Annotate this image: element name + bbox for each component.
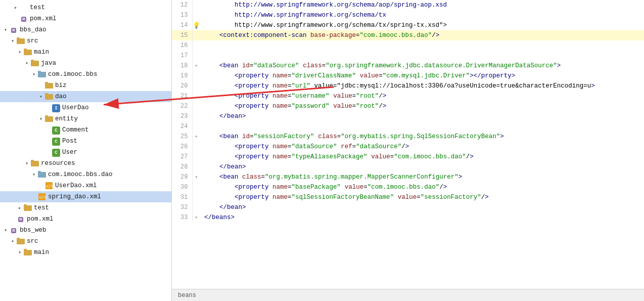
fold-indicator[interactable] (192, 40, 200, 51)
fold-indicator[interactable] (192, 10, 200, 20)
tree-item-dao[interactable]: ▾dao (0, 91, 171, 102)
tree-item-com.imooc.bbs[interactable]: ▾com.imooc.bbs (0, 69, 171, 80)
file-tree: ▸testmpom.xml▾mbbs_dao▾src▾main▾java▾com… (0, 0, 172, 301)
fold-indicator[interactable] (192, 142, 200, 152)
tree-item-label: test (34, 204, 49, 211)
tree-item-main[interactable]: ▾main (0, 47, 171, 58)
svg-rect-26 (38, 171, 41, 173)
tree-item-label: test (30, 4, 45, 11)
tree-item-spring_dao.xml[interactable]: </>spring_dao.xml (0, 191, 171, 202)
tree-item-com.imooc.bbs.dao[interactable]: ▾com.imooc.bbs.dao (0, 169, 171, 180)
line-number: 29 (172, 172, 192, 182)
svg-rect-14 (45, 82, 48, 83)
tree-file-icon: </> (44, 182, 54, 190)
tree-item-bbs_web[interactable]: ▾mbbs_web (0, 225, 171, 236)
code-row: 23 </bean> (172, 111, 644, 121)
fold-indicator[interactable]: ▾ (192, 132, 200, 142)
tree-item-label: spring_dao.xml (48, 193, 101, 200)
code-row: 20 <property name="url" value="jdbc:mysq… (172, 81, 644, 91)
fold-indicator[interactable] (192, 152, 200, 162)
code-row: 25▾ <bean id="sessionFactory" class="org… (172, 132, 644, 142)
fold-indicator[interactable] (192, 111, 200, 121)
tree-item-main2[interactable]: ▾main (0, 247, 171, 258)
tree-item-pom-xml-top[interactable]: mpom.xml (0, 13, 171, 24)
code-content: <context:component-scan base-package="co… (200, 30, 644, 40)
fold-indicator[interactable] (192, 0, 200, 10)
fold-indicator[interactable] (192, 101, 200, 111)
fold-indicator[interactable] (192, 202, 200, 212)
tree-item-test-m[interactable]: ▸test (0, 2, 171, 13)
tree-item-biz[interactable]: biz (0, 80, 171, 91)
fold-indicator[interactable] (192, 30, 200, 40)
fold-indicator[interactable] (192, 71, 200, 81)
editor-content[interactable]: 12 http://www.springframework.org/schema… (172, 0, 644, 289)
tree-file-icon (19, 4, 28, 12)
tree-item-label: Comment (62, 126, 89, 134)
code-content: </bean> (200, 111, 644, 121)
tree-arrow-icon: ▾ (16, 249, 23, 255)
lightbulb-icon: 💡 (193, 22, 200, 29)
svg-rect-39 (24, 249, 27, 250)
tree-item-User[interactable]: CUser (0, 147, 171, 158)
code-content (200, 121, 644, 132)
tree-file-icon: m (9, 226, 18, 234)
code-content: <property name="sqlSessionFactoryBeanNam… (200, 192, 644, 202)
tree-item-entity[interactable]: ▾entity (0, 113, 171, 124)
tree-file-icon (23, 248, 32, 256)
svg-rect-5 (24, 49, 27, 50)
tree-item-pom.xml[interactable]: mpom.xml (0, 213, 171, 225)
tree-item-UserDao[interactable]: IUserDao (0, 102, 171, 113)
code-content: <property name="dataSource" ref="dataSou… (200, 142, 644, 152)
fold-indicator[interactable] (192, 81, 200, 91)
code-content: <property name="username" value="root"/> (200, 91, 644, 101)
tree-item-test2[interactable]: ▸test (0, 202, 171, 213)
tree-arrow-icon: ▾ (2, 27, 9, 33)
tree-item-resources[interactable]: ▾resources (0, 158, 171, 169)
tree-item-java[interactable]: ▾java (0, 58, 171, 69)
tree-arrow-icon: ▾ (37, 94, 44, 100)
code-content: <bean id="sessionFactory" class="org.myb… (200, 132, 644, 142)
fold-indicator[interactable] (192, 91, 200, 101)
fold-indicator[interactable]: ▾ (192, 172, 200, 182)
tree-item-label: Post (62, 138, 77, 145)
fold-indicator[interactable] (192, 162, 200, 172)
tree-file-icon (37, 170, 47, 179)
tree-file-icon (30, 159, 39, 167)
status-bar: beans (172, 289, 644, 301)
fold-indicator[interactable]: ▾ (192, 212, 200, 223)
code-row: 19 <property name="driverClassName" valu… (172, 71, 644, 81)
code-row: 30 <property name="basePackage" value="c… (172, 182, 644, 192)
tree-item-UserDao.xml[interactable]: </>UserDao.xml (0, 180, 171, 191)
line-number: 18 (172, 61, 192, 71)
tree-item-Comment[interactable]: CComment (0, 124, 171, 136)
tree-file-icon (44, 93, 54, 101)
svg-rect-17 (45, 93, 48, 95)
code-content: http://www.springframework.org/schema/ao… (200, 0, 644, 10)
tree-arrow-icon: ▾ (23, 60, 30, 66)
tree-item-label: main (34, 249, 49, 256)
fold-indicator[interactable] (192, 192, 200, 202)
fold-indicator[interactable]: ▾ (192, 61, 200, 71)
code-content: <property name="typeAliasesPackage" valu… (200, 152, 644, 162)
tree-item-src[interactable]: ▾src (0, 35, 171, 47)
fold-indicator[interactable] (192, 51, 200, 61)
code-content: </beans> (200, 212, 644, 223)
tree-item-Post[interactable]: CPost (0, 136, 171, 147)
fold-indicator[interactable] (192, 182, 200, 192)
line-number: 31 (172, 192, 192, 202)
code-content: <bean id="dataSource" class="org.springf… (200, 61, 644, 71)
code-content: <property name="url" value="jdbc:mysql:/… (200, 81, 644, 91)
tree-item-label: pom.xml (30, 15, 57, 22)
code-table: 12 http://www.springframework.org/schema… (172, 0, 644, 223)
tree-item-src2[interactable]: ▾src (0, 236, 171, 247)
line-number: 20 (172, 81, 192, 91)
tree-file-icon: C (52, 137, 61, 145)
tree-item-label: main (34, 49, 49, 56)
line-number: 25 (172, 132, 192, 142)
code-content (200, 40, 644, 51)
tree-item-bbs_dao[interactable]: ▾mbbs_dao (0, 24, 171, 35)
fold-indicator[interactable]: 💡 (192, 20, 200, 30)
fold-indicator[interactable] (192, 121, 200, 132)
line-number: 23 (172, 111, 192, 121)
code-row: 21 <property name="username" value="root… (172, 91, 644, 101)
